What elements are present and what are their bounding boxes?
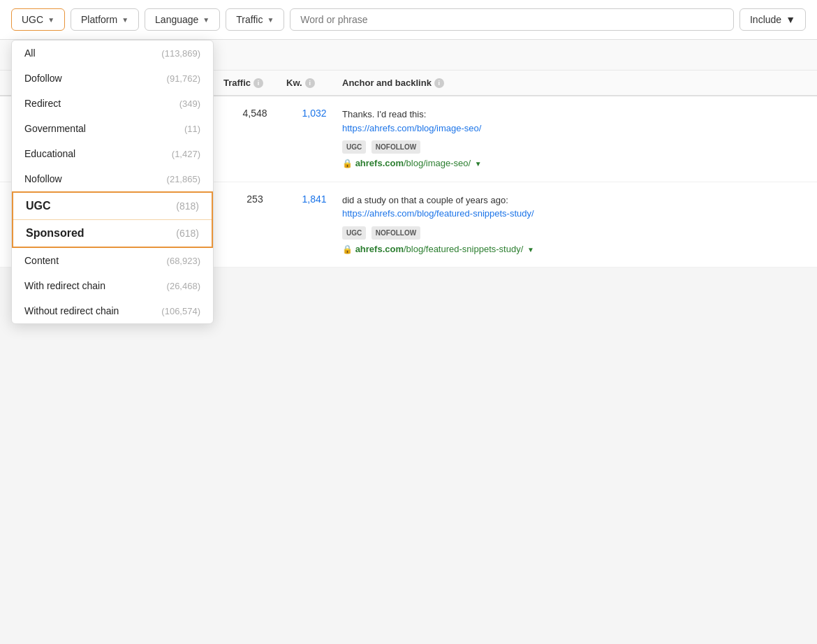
dropdown-count-content: (68,923) [167,256,200,266]
anchor-link-1[interactable]: https://ahrefs.com/blog/image-seo/ [342,123,481,133]
traffic-label: Traffic [236,14,263,25]
kw-info-icon[interactable]: i [305,78,315,88]
dropdown-item-nofollow[interactable]: Nofollow (21,865) [12,166,213,191]
platform-chevron-icon: ▼ [122,16,128,24]
anchor-cell-2: did a study on that a couple of years ag… [342,193,803,256]
dropdown-item-governmental[interactable]: Governmental (11) [12,116,213,141]
row-traffic-1: 4,548 [223,108,286,119]
dropdown-label-redirect-chain: With redirect chain [24,280,105,291]
dropdown-count-no-redirect-chain: (106,574) [161,306,200,316]
row-kw-2[interactable]: 1,841 [286,193,342,205]
domain-name-2: ahrefs.com [355,244,404,254]
dropdown-item-redirect-chain[interactable]: With redirect chain (26,468) [12,273,213,298]
traffic-info-icon[interactable]: i [253,78,263,88]
ugc-filter-button[interactable]: UGC ▼ [11,8,65,31]
anchor-link-2[interactable]: https://ahrefs.com/blog/featured-snippet… [342,208,534,219]
dropdown-count-ugc: (818) [176,200,199,212]
dropdown-count-all: (113,869) [161,48,200,59]
anchor-cell-1: Thanks. I'd read this: https://ahrefs.co… [342,108,803,170]
lock-icon-2: 🔒 [342,244,353,254]
language-filter-button[interactable]: Language ▼ [145,8,220,31]
badge-ugc-1: UGC [342,140,366,154]
dropdown-item-no-redirect-chain[interactable]: Without redirect chain (106,574) [12,298,213,323]
dropdown-label-governmental: Governmental [24,123,86,134]
backlink-domain-1: 🔒 ahrefs.com/blog/image-seo/ ▼ [342,156,803,170]
dropdown-count-dofollow: (91,762) [167,73,200,84]
ugc-chevron-icon: ▼ [47,16,54,24]
domain-name-1: ahrefs.com [355,158,404,168]
include-button[interactable]: Include ▼ [739,8,806,31]
dropdown-count-redirect-chain: (26,468) [167,281,200,291]
domain-link-1[interactable]: ahrefs.com/blog/image-seo/ [355,158,471,168]
dropdown-item-dofollow[interactable]: Dofollow (91,762) [12,66,213,91]
platform-label: Platform [81,14,117,25]
dropdown-count-governmental: (11) [184,124,200,134]
ugc-dropdown: All (113,869) Dofollow (91,762) Redirect… [11,40,214,324]
backlink-domain-2: 🔒 ahrefs.com/blog/featured-snippets-stud… [342,242,803,256]
badge-ugc-2: UGC [342,226,366,240]
dropdown-label-content: Content [24,255,59,266]
anchor-text-1: Thanks. I'd read this: [342,109,426,119]
lock-icon-1: 🔒 [342,159,353,168]
include-label: Include [750,14,781,25]
dropdown-item-educational[interactable]: Educational (1,427) [12,141,213,166]
traffic-filter-button[interactable]: Traffic ▼ [226,8,284,31]
dropdown-label-all: All [24,47,36,59]
dropdown-label-no-redirect-chain: Without redirect chain [24,305,119,316]
row-kw-1[interactable]: 1,032 [286,108,342,119]
dropdown-item-content[interactable]: Content (68,923) [12,248,213,273]
dropdown-label-dofollow: Dofollow [24,73,62,84]
badges-row-2: UGC NOFOLLOW [342,224,803,240]
dropdown-label-ugc: UGC [26,200,51,212]
anchor-info-icon[interactable]: i [434,78,444,88]
dropdown-count-educational: (1,427) [172,149,200,159]
domain-chevron-1: ▼ [475,160,482,168]
domain-path-1: /blog/image-seo/ [404,158,471,168]
main-content: n your disavow list Ext. i Traffic i Kw.… [0,40,817,268]
dropdown-count-redirect: (349) [179,98,200,109]
traffic-chevron-icon: ▼ [267,16,274,24]
highlighted-group: UGC (818) Sponsored (618) [12,191,213,248]
dropdown-label-sponsored: Sponsored [26,227,84,240]
toolbar: UGC ▼ Platform ▼ Language ▼ Traffic ▼ In… [0,0,817,40]
language-label: Language [155,14,198,25]
badges-row-1: UGC NOFOLLOW [342,138,803,154]
domain-chevron-2: ▼ [527,246,534,254]
dropdown-item-all[interactable]: All (113,869) [12,41,213,66]
col-anchor: Anchor and backlink i [342,78,803,88]
row-traffic-2: 253 [223,193,286,205]
dropdown-item-ugc[interactable]: UGC (818) [13,193,212,220]
platform-filter-button[interactable]: Platform ▼ [71,8,139,31]
dropdown-count-sponsored: (618) [176,228,199,239]
dropdown-label-nofollow: Nofollow [24,173,62,184]
dropdown-count-nofollow: (21,865) [167,174,200,184]
dropdown-label-educational: Educational [24,148,75,159]
dropdown-item-sponsored[interactable]: Sponsored (618) [13,220,212,247]
badge-nofollow-2: NOFOLLOW [371,226,420,240]
domain-link-2[interactable]: ahrefs.com/blog/featured-snippets-study/ [355,244,524,254]
domain-path-2: /blog/featured-snippets-study/ [404,244,523,254]
language-chevron-icon: ▼ [203,16,209,24]
word-phrase-input[interactable] [290,8,734,31]
include-chevron-icon: ▼ [786,14,795,25]
ugc-label: UGC [22,14,43,25]
dropdown-item-redirect[interactable]: Redirect (349) [12,91,213,116]
anchor-text-2: did a study on that a couple of years ag… [342,195,508,205]
col-traffic: Traffic i [223,78,286,88]
dropdown-label-redirect: Redirect [24,98,61,109]
col-kw: Kw. i [286,78,342,88]
badge-nofollow-1: NOFOLLOW [371,140,420,154]
